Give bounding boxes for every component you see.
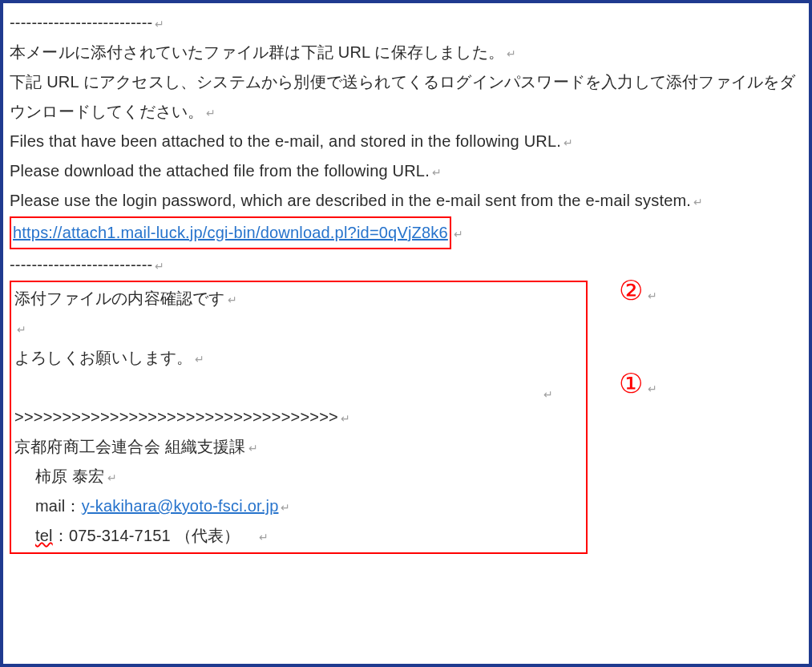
signature-mail: mail：y-kakihara@kyoto-fsci.or.jp↵ [14, 491, 583, 521]
enter-mark-icon: ↵ [341, 412, 350, 425]
signature-mail-link[interactable]: y-kakihara@kyoto-fsci.or.jp [82, 497, 279, 515]
annotation-circle-2: ②↵ [619, 265, 657, 316]
signature-tel: tel：075-314-7151 （代表） ↵ [14, 521, 583, 551]
signature-name: 柿原 泰宏↵ [14, 462, 583, 491]
body-highlight-box: 添付ファイルの内容確認です↵ ↵ よろしくお願いします。↵ ↵ >>>>>>>>… [10, 281, 588, 554]
en-line-3-text: Please use the login password, which are… [10, 192, 691, 209]
enter-mark-icon: ↵ [195, 353, 204, 366]
email-container: --------------------------↵ 本メールに添付されていた… [0, 0, 812, 667]
en-line-1: Files that have been attached to the e-m… [10, 127, 802, 156]
empty-line-2 [14, 373, 583, 402]
jp-line-1-text: 本メールに添付されていたファイル群は下記 URL に保存しました。 [10, 43, 504, 61]
signature-mail-label: mail： [35, 497, 82, 515]
enter-mark-icon: ↵ [564, 136, 573, 149]
download-link[interactable]: https://attach1.mail-luck.jp/cgi-bin/dow… [13, 224, 448, 241]
download-link-highlight-box: https://attach1.mail-luck.jp/cgi-bin/dow… [10, 216, 451, 249]
chevrons-line: >>>>>>>>>>>>>>>>>>>>>>>>>>>>>>>>>>↵ [14, 402, 583, 432]
jp-line-1: 本メールに添付されていたファイル群は下記 URL に保存しました。↵ [10, 38, 802, 67]
annotation-circle-1-text: ① [619, 368, 643, 398]
body-line-2: よろしくお願いします。↵ [14, 343, 583, 373]
separator-top-text: -------------------------- [10, 14, 152, 31]
signature-name-text: 柿原 泰宏 [35, 467, 105, 485]
download-link-row: https://attach1.mail-luck.jp/cgi-bin/dow… [10, 216, 802, 250]
enter-mark-icon: ↵ [107, 471, 117, 484]
en-line-2-text: Please download the attached file from t… [10, 162, 430, 180]
enter-mark-icon: ↵ [17, 323, 26, 336]
en-line-2: Please download the attached file from t… [10, 156, 802, 186]
enter-mark-icon: ↵ [648, 382, 657, 395]
signature-tel-value: ：075-314-7151 （代表） [53, 527, 257, 544]
body-line-1-text: 添付ファイルの内容確認です [14, 289, 225, 307]
empty-line-1: ↵ [14, 313, 583, 343]
jp-line-2-text: 下記 URL にアクセスし、システムから別便で送られてくるログインパスワードを入… [10, 73, 796, 120]
enter-mark-icon: ↵ [259, 531, 269, 544]
signature-org: 京都府商工会連合会 組織支援課↵ [14, 432, 583, 462]
en-line-1-text: Files that have been attached to the e-m… [10, 132, 561, 150]
separator-bottom-text: -------------------------- [10, 256, 152, 273]
enter-mark-icon: ↵ [228, 293, 237, 306]
enter-mark-icon: ↵ [155, 18, 164, 30]
enter-mark-icon: ↵ [281, 501, 290, 514]
annotation-circle-1: ①↵ [619, 358, 657, 409]
jp-line-2: 下記 URL にアクセスし、システムから別便で送られてくるログインパスワードを入… [10, 67, 802, 127]
annotation-circle-2-text: ② [619, 275, 643, 305]
enter-mark-icon: ↵ [206, 107, 216, 119]
signature-tel-label: tel [35, 527, 53, 544]
signature-org-text: 京都府商工会連合会 組織支援課 [14, 438, 246, 455]
enter-mark-icon: ↵ [693, 196, 703, 208]
body-line-2-text: よろしくお願いします。 [14, 349, 192, 366]
enter-mark-icon: ↵ [432, 166, 442, 179]
chevrons-text: >>>>>>>>>>>>>>>>>>>>>>>>>>>>>>>>>> [14, 408, 338, 426]
enter-mark-icon: ↵ [543, 385, 553, 406]
enter-mark-icon: ↵ [507, 47, 516, 60]
en-line-3: Please use the login password, which are… [10, 186, 802, 216]
separator-top: --------------------------↵ [10, 8, 802, 38]
body-line-1: 添付ファイルの内容確認です↵ [14, 284, 583, 313]
enter-mark-icon: ↵ [454, 228, 463, 241]
enter-mark-icon: ↵ [648, 289, 657, 302]
enter-mark-icon: ↵ [248, 442, 258, 455]
enter-mark-icon: ↵ [155, 260, 164, 273]
separator-bottom: --------------------------↵ [10, 250, 802, 280]
